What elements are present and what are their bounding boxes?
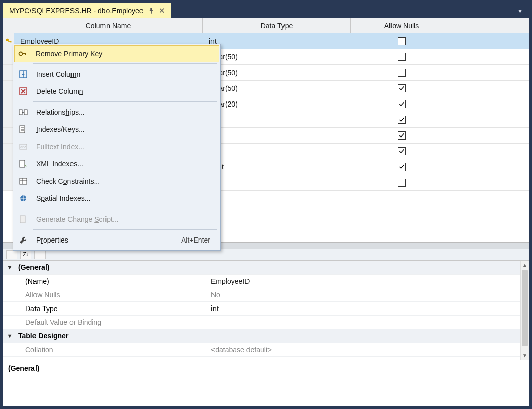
svg-text:abc: abc	[20, 145, 26, 149]
cell-allow-nulls[interactable]	[351, 33, 452, 49]
prop-row-name[interactable]: (Name) EmployeeID	[3, 275, 529, 288]
menu-check-constraints[interactable]: Check Constraints...	[15, 173, 219, 190]
prop-row-collation[interactable]: Collation <database default>	[3, 343, 529, 357]
vertical-scrollbar[interactable]: ▲ ▼	[520, 261, 529, 360]
header-column-name[interactable]: Column Name	[14, 18, 203, 33]
prop-row-default-value[interactable]: Default Value or Binding	[3, 316, 529, 329]
shortcut-label: Alt+Enter	[181, 236, 219, 244]
menu-spatial-indexes[interactable]: Spatial Indexes...	[15, 190, 219, 207]
scroll-thumb[interactable]	[522, 270, 528, 346]
svg-point-3	[19, 52, 23, 56]
menu-fulltext-index: abc Fulltext Index...	[15, 138, 219, 155]
menu-xml-indexes[interactable]: xml XML Indexes...	[15, 155, 219, 173]
menu-remove-primary-key[interactable]: Remove Primary Key	[14, 45, 219, 62]
svg-text:+: +	[22, 72, 25, 77]
header-allow-nulls[interactable]: Allow Nulls	[351, 18, 452, 33]
alphabetical-button[interactable]: Z↓	[20, 250, 31, 259]
scroll-up-icon[interactable]: ▲	[521, 261, 529, 269]
svg-rect-27	[20, 216, 25, 223]
menu-delete-column[interactable]: Delete Column	[15, 83, 219, 100]
property-grid: ▾ (General) (Name) EmployeeID Allow Null…	[3, 261, 529, 360]
insert-column-icon: +	[18, 70, 29, 79]
property-description-pane: (General)	[3, 360, 529, 406]
key-icon	[17, 49, 28, 58]
prop-group-general[interactable]: ▾ (General)	[3, 261, 529, 275]
properties-panel: ▾ (General) (Name) EmployeeID Allow Null…	[3, 260, 529, 406]
row-header-gutter	[3, 18, 14, 33]
delete-column-icon	[18, 87, 29, 96]
collapse-icon[interactable]: ▾	[3, 332, 16, 339]
svg-rect-5	[25, 53, 26, 55]
menu-relationships[interactable]: Relationships...	[15, 104, 219, 121]
svg-rect-23	[20, 178, 27, 184]
header-data-type[interactable]: Data Type	[203, 18, 351, 33]
relationships-icon	[18, 108, 29, 117]
check-constraints-icon	[18, 177, 29, 186]
svg-rect-13	[24, 110, 27, 115]
pin-icon[interactable]	[148, 7, 155, 14]
wrench-icon	[18, 235, 29, 245]
scroll-down-icon[interactable]: ▼	[521, 351, 529, 360]
menu-insert-column[interactable]: + Insert Column	[15, 65, 219, 83]
grid-header: Column Name Data Type Allow Nulls	[3, 18, 529, 33]
description-title: (General)	[8, 364, 524, 372]
indexes-icon	[18, 125, 29, 134]
menu-indexes-keys[interactable]: Indexes/Keys...	[15, 121, 219, 138]
svg-rect-12	[19, 110, 22, 115]
xml-icon: xml	[18, 159, 29, 168]
fulltext-icon: abc	[18, 142, 29, 151]
spatial-icon	[18, 194, 29, 203]
properties-toolbar: Z↓	[3, 249, 529, 260]
cell-data-type[interactable]: rchar(50)	[203, 49, 351, 64]
menu-properties[interactable]: Properties Alt+Enter	[15, 231, 219, 249]
prop-row-allow-nulls[interactable]: Allow Nulls No	[3, 288, 529, 302]
svg-rect-2	[10, 41, 11, 43]
categorized-button[interactable]	[6, 250, 17, 259]
menu-generate-change-script: Generate Change Script...	[15, 211, 219, 228]
prop-group-table-designer[interactable]: ▾ Table Designer	[3, 329, 529, 343]
svg-rect-21	[20, 160, 25, 167]
context-menu: Remove Primary Key + Insert Column Delet…	[13, 44, 221, 251]
document-tab[interactable]: MYPC\SQLEXPRESS.HR - dbo.Employee ✕	[3, 3, 171, 18]
tab-overflow-button[interactable]: ▾	[514, 3, 526, 18]
prop-row-data-type[interactable]: Data Type int	[3, 302, 529, 316]
tab-title: MYPC\SQLEXPRESS.HR - dbo.Employee	[9, 7, 144, 15]
close-icon[interactable]: ✕	[159, 7, 166, 14]
script-icon	[18, 215, 29, 224]
cell-allow-nulls[interactable]	[351, 49, 452, 64]
cell-data-type[interactable]: int	[203, 33, 351, 49]
collapse-icon[interactable]: ▾	[3, 264, 16, 271]
property-pages-button[interactable]	[34, 250, 46, 259]
tab-bar: MYPC\SQLEXPRESS.HR - dbo.Employee ✕ ▾	[3, 3, 529, 18]
svg-text:xml: xml	[25, 164, 28, 167]
